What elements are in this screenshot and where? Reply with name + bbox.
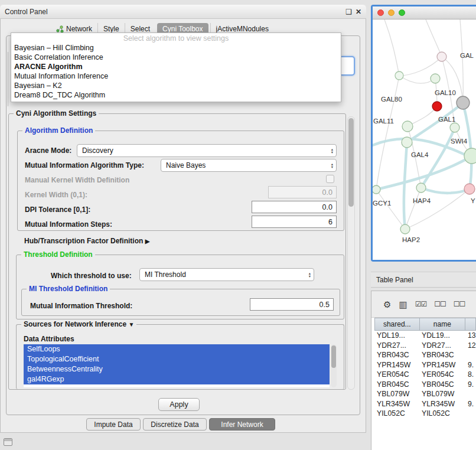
network-node[interactable] (395, 71, 403, 80)
network-window-titlebar (373, 6, 476, 19)
list-item-gal4rgexp[interactable]: gal4RGexp (24, 374, 330, 384)
cell: 12 (465, 341, 476, 351)
table-row[interactable]: YER054C YER054C 8. (374, 370, 476, 380)
select-all-columns-icon[interactable]: ☑☑ (415, 300, 427, 309)
tab-discretize-data[interactable]: Discretize Data (143, 418, 207, 431)
which-threshold-combo[interactable]: MI Threshold ▴▾ (139, 268, 314, 281)
network-node-gal1[interactable] (450, 123, 459, 132)
hidden-groupbox-edge (8, 52, 8, 106)
column-header-shared-name[interactable]: shared... (375, 318, 420, 330)
network-node-hap4[interactable] (416, 183, 426, 193)
node-label-partial: Y (471, 197, 475, 204)
kernel-width-field[interactable]: 0.0 (268, 186, 337, 198)
hub-definition-toggle[interactable]: Hub/Transcription Factor Definition ▶ (24, 237, 149, 245)
minimized-window-icon[interactable] (4, 438, 12, 446)
algorithm-option-dream8[interactable]: Dream8 DC_TDC Algorithm (11, 90, 341, 100)
node-label-gal4: GAL4 (411, 151, 429, 158)
mi-algorithm-type-combo[interactable]: Naive Bayes ▴▾ (161, 159, 337, 172)
cell: YLR345W (419, 399, 465, 409)
mi-threshold-field[interactable]: 0.5 (250, 298, 334, 311)
manual-kernel-width-checkbox[interactable] (326, 175, 334, 183)
partial-toolbar-icon[interactable]: ☐☐ (454, 300, 465, 309)
float-window-icon[interactable]: ❑ (345, 8, 352, 16)
cell: YER054C (419, 370, 465, 380)
network-node-pink[interactable] (464, 184, 475, 194)
network-node-gal10-selected[interactable] (432, 102, 442, 111)
table-settings-gear-icon[interactable]: ⚙ (383, 300, 391, 309)
table-row[interactable]: YDR27... YDR27... 12 (374, 341, 476, 351)
cell: 9. (465, 360, 476, 370)
network-node-hap2[interactable] (400, 224, 410, 234)
control-panel-title: Control Panel (5, 8, 342, 16)
close-window-icon[interactable]: ✕ (356, 8, 361, 16)
threshold-definition-title: Threshold Definition (21, 250, 95, 259)
show-columns-icon[interactable]: ▥ (399, 300, 407, 309)
collapsed-arrow-icon: ▶ (145, 238, 150, 244)
table-row[interactable]: YBR043C YBR043C (374, 350, 476, 360)
attributes-list-scrollbar-thumb[interactable] (331, 345, 336, 368)
deselect-all-columns-icon[interactable]: ☐☐ (434, 300, 446, 309)
network-node-gcy1[interactable] (373, 185, 380, 194)
network-node[interactable] (437, 52, 446, 61)
data-attributes-list: SelfLoops TopologicalCoefficient Between… (24, 344, 330, 387)
apply-button[interactable]: Apply (158, 398, 200, 411)
which-threshold-value: MI Threshold (145, 270, 186, 279)
algorithm-option-bayesian-k2[interactable]: Bayesian – K2 (11, 81, 341, 90)
cell (465, 389, 476, 399)
cell: YER054C (374, 370, 419, 380)
aracne-mode-combo[interactable]: Discovery ▴▾ (77, 144, 337, 157)
minimize-traffic-light[interactable] (388, 9, 395, 16)
column-header-name[interactable]: name (420, 318, 466, 330)
table-body: YDL19... YDL19... 13 YDR27... YDR27... 1… (374, 331, 476, 419)
network-node-gal11[interactable] (402, 121, 413, 132)
tab-impute-data-label: Impute Data (94, 420, 132, 429)
kernel-width-label: Kernel Width (0,1): (25, 191, 87, 199)
dpi-tolerance-label: DPI Tolerance [0,1]: (25, 206, 90, 214)
column-header-partial[interactable] (465, 318, 476, 330)
mi-steps-field[interactable]: 6 (252, 216, 337, 228)
cell: YPR145W (374, 360, 419, 370)
table-row[interactable]: YBR045C YBR045C 9. (374, 380, 476, 390)
dpi-tolerance-field[interactable]: 0.0 (252, 201, 337, 213)
network-tab-icon (56, 25, 64, 33)
network-node-swi4[interactable] (464, 148, 476, 164)
manual-kernel-width-label: Manual Kernel Width Definition (25, 176, 129, 184)
network-node-gray[interactable] (457, 96, 470, 109)
algorithm-dropdown-placeholder: Select algorithm to view settings (11, 34, 341, 43)
sources-toggle[interactable]: Sources for Network Inference ▼ (21, 320, 136, 328)
network-node[interactable] (431, 74, 440, 83)
list-item-betweennesscentrality[interactable]: BetweennessCentrality (24, 364, 330, 374)
algorithm-option-mutual-information[interactable]: Mutual Information Inference (11, 71, 341, 81)
table-row[interactable]: YIL052C YIL052C (374, 409, 476, 419)
list-item-topologicalcoefficient[interactable]: TopologicalCoefficient (24, 354, 330, 364)
tab-discretize-data-label: Discretize Data (151, 420, 198, 429)
attributes-list-scrollbar[interactable] (331, 344, 337, 387)
tab-impute-data[interactable]: Impute Data (86, 418, 141, 431)
close-traffic-light[interactable] (377, 9, 384, 16)
tab-infer-network[interactable]: Infer Network (209, 418, 275, 431)
algorithm-option-basic-correlation[interactable]: Basic Correlation Inference (11, 53, 341, 62)
node-label-gal1: GAL1 (438, 116, 455, 123)
sources-group: Sources for Network Inference ▼ Data Att… (16, 324, 344, 389)
expanded-arrow-icon: ▼ (128, 321, 134, 328)
zoom-traffic-light[interactable] (399, 9, 405, 16)
network-node-gal4[interactable] (402, 137, 412, 148)
table-row[interactable]: YLR345W YLR345W 9. (374, 399, 476, 409)
table-row[interactable]: YBL079W YBL079W (374, 389, 476, 399)
network-canvas[interactable]: GAL GAL80 GAL10 GAL11 GAL1 SWI4 GAL4 GCY… (373, 19, 476, 260)
mi-steps-value: 6 (328, 218, 332, 226)
cell: YBL079W (419, 389, 465, 399)
cell: YBR043C (374, 350, 419, 360)
cell (465, 409, 476, 419)
table-row[interactable]: YPR145W YPR145W 9. (374, 360, 476, 370)
cell: YDR27... (374, 341, 419, 351)
cyni-algorithm-settings-title: Cyni Algorithm Settings (14, 109, 99, 118)
algorithm-option-aracne[interactable]: ARACNE Algorithm (11, 62, 341, 71)
algorithm-dropdown-popup: Select algorithm to view settings Bayesi… (11, 32, 341, 102)
algorithm-combo-fragment[interactable] (341, 56, 355, 76)
cell: YBR045C (419, 380, 465, 390)
algorithm-option-bayesian-hill-climbing[interactable]: Bayesian – Hill Climbing (11, 43, 341, 53)
list-item-selfloops[interactable]: SelfLoops (24, 344, 330, 354)
settings-scrollbar-thumb[interactable] (348, 118, 354, 207)
table-row[interactable]: YDL19... YDL19... 13 (374, 331, 476, 341)
